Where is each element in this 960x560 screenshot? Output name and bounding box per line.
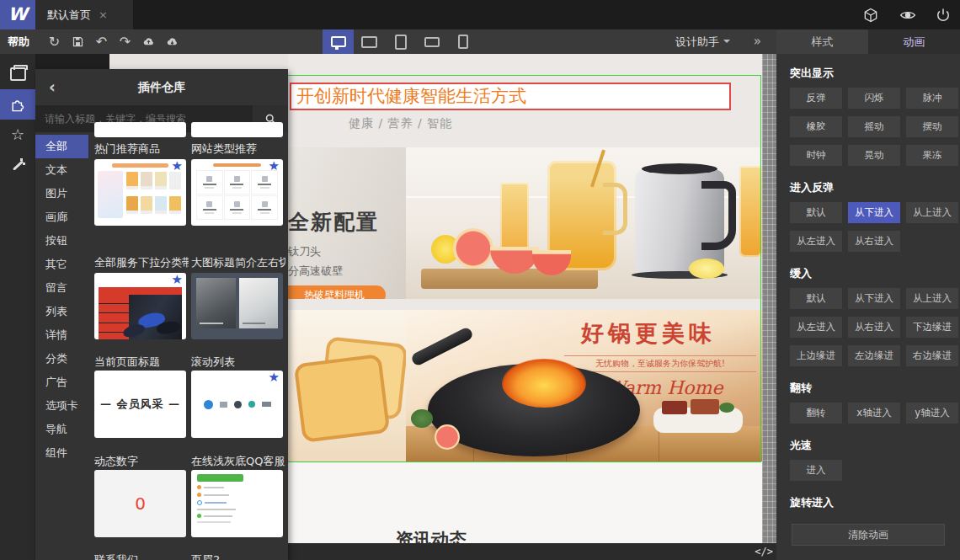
- animation-button[interactable]: 默认: [790, 288, 842, 309]
- device-tablet-landscape-button[interactable]: [354, 29, 385, 54]
- rail-plugins-button[interactable]: [0, 89, 35, 120]
- plugin-card-services-dropdown[interactable]: ★: [94, 273, 186, 339]
- animation-button[interactable]: 左边缘进: [848, 345, 900, 366]
- banner2-toast-photo[interactable]: [288, 310, 406, 461]
- animation-button[interactable]: 右边缘进: [906, 345, 958, 366]
- animation-button[interactable]: 从左进入: [790, 231, 842, 252]
- animation-button[interactable]: 摇动: [848, 116, 900, 137]
- tab-close-icon[interactable]: ×: [99, 8, 108, 21]
- animation-button[interactable]: 从上进入: [906, 288, 958, 309]
- animation-button[interactable]: 从下进入: [848, 202, 900, 223]
- animation-button[interactable]: 进入: [790, 460, 842, 481]
- category-item[interactable]: 画廊: [35, 205, 88, 229]
- category-item[interactable]: 其它: [35, 253, 88, 276]
- undo-icon[interactable]: ↶: [94, 35, 109, 49]
- category-item[interactable]: 详情: [35, 323, 88, 347]
- power-icon[interactable]: [935, 7, 952, 24]
- category-item[interactable]: 留言: [35, 276, 88, 300]
- category-item[interactable]: 导航: [35, 418, 88, 441]
- category-item[interactable]: 按钮: [35, 229, 88, 253]
- plugin-card-scrolling-list[interactable]: ★: [191, 371, 283, 438]
- refresh-icon[interactable]: ↻: [47, 35, 61, 49]
- plugin-card-hot-products[interactable]: ★: [94, 159, 186, 226]
- animation-button[interactable]: 从上进入: [906, 202, 958, 223]
- clear-animation-button[interactable]: 清除动画: [792, 524, 945, 546]
- banner1-text-block[interactable]: 全新配置 钛刀头 分高速破壁 热破壁料理机: [288, 147, 406, 299]
- app-logo[interactable]: W: [0, 0, 35, 29]
- plugin-thumbnails: 热门推荐商品 网站类型推荐 ★ ★: [88, 69, 288, 560]
- device-phone-landscape-button[interactable]: [416, 29, 447, 54]
- animation-button[interactable]: 从左进入: [790, 317, 842, 338]
- canvas-scroll-gutter[interactable]: [762, 54, 776, 543]
- category-item[interactable]: 全部: [35, 135, 88, 158]
- device-phone-portrait-button[interactable]: [447, 29, 478, 54]
- animation-button[interactable]: x轴进入: [848, 403, 900, 424]
- plugin-card-dynamic-number[interactable]: 0: [94, 470, 186, 537]
- page-tab[interactable]: 默认首页×: [35, 0, 133, 29]
- save-icon[interactable]: [71, 35, 85, 49]
- animation-button[interactable]: 反弹: [790, 88, 842, 109]
- favorite-star-icon[interactable]: ★: [269, 371, 280, 384]
- animation-button[interactable]: 果冻: [906, 145, 958, 166]
- category-item[interactable]: 广告: [35, 371, 88, 394]
- animation-button[interactable]: 从下进入: [848, 288, 900, 309]
- category-item[interactable]: 组件: [35, 441, 88, 465]
- code-view-icon[interactable]: </>: [755, 546, 773, 557]
- plugin-card-partial[interactable]: [94, 122, 186, 137]
- animation-button[interactable]: 默认: [790, 202, 842, 223]
- tablet-portrait-icon: [395, 35, 407, 50]
- animation-button[interactable]: 橡胶: [790, 116, 842, 137]
- banner1-kettle-photo[interactable]: [406, 147, 762, 299]
- favorite-star-icon[interactable]: ★: [172, 159, 183, 173]
- news-section-title[interactable]: 资讯动态: [396, 528, 467, 543]
- plugin-card-big-image-switch[interactable]: [191, 273, 283, 339]
- plugin-card-page-title[interactable]: — 会员风采 —: [94, 371, 186, 438]
- tab-style[interactable]: 样式: [776, 29, 868, 54]
- device-tablet-portrait-button[interactable]: [385, 29, 416, 54]
- site-subtitle[interactable]: 健康 / 营养 / 智能: [349, 116, 452, 131]
- animation-button[interactable]: 从右进入: [848, 231, 900, 252]
- tab-animation[interactable]: 动画: [868, 29, 960, 54]
- banner1-button[interactable]: 热破壁料理机: [288, 285, 386, 299]
- animation-button[interactable]: 晃动: [848, 145, 900, 166]
- plugin-card-site-types[interactable]: ★: [191, 159, 283, 226]
- category-item[interactable]: 文本: [35, 158, 88, 182]
- plugin-label: 滚动列表: [191, 355, 285, 370]
- plugin-card-qq-service[interactable]: [191, 470, 283, 537]
- category-item[interactable]: 分类: [35, 347, 88, 371]
- rail-pages-button[interactable]: [0, 59, 35, 89]
- animation-button[interactable]: 摆动: [906, 116, 958, 137]
- help-button[interactable]: 帮助: [8, 29, 29, 54]
- category-item[interactable]: 列表: [35, 300, 88, 323]
- animation-button[interactable]: 翻转: [790, 403, 842, 424]
- rail-tools-button[interactable]: [0, 150, 35, 180]
- animation-button[interactable]: y轴进入: [906, 403, 958, 424]
- banner2-wok-photo[interactable]: 好锅更美味 无忧购物，至诚服务为你保驾护航! Warm Home: [406, 310, 762, 461]
- back-chevron-icon[interactable]: ‹: [49, 69, 56, 105]
- cloud-download-icon[interactable]: [165, 35, 179, 49]
- site-headline[interactable]: 开创新时代健康智能生活方式: [290, 83, 731, 110]
- rail-favorites-button[interactable]: ☆: [0, 120, 35, 150]
- category-item[interactable]: 选项卡: [35, 394, 88, 418]
- device-desktop-button[interactable]: [323, 29, 354, 54]
- cloud-upload-icon[interactable]: [141, 35, 156, 49]
- favorite-star-icon[interactable]: ★: [172, 273, 183, 286]
- animation-button[interactable]: 闪烁: [848, 88, 900, 109]
- components-cube-icon[interactable]: [862, 7, 879, 24]
- plugin-card-partial[interactable]: [191, 122, 283, 137]
- canvas-top-strip: [109, 54, 288, 69]
- category-item[interactable]: 图片: [35, 182, 88, 205]
- animation-button[interactable]: 下边缘进: [906, 317, 958, 338]
- animation-button[interactable]: 从右进入: [848, 317, 900, 338]
- design-assistant-dropdown[interactable]: 设计助手: [675, 29, 730, 54]
- animation-button[interactable]: 脉冲: [906, 88, 958, 109]
- animation-button[interactable]: 时钟: [790, 145, 842, 166]
- preview-eye-icon[interactable]: [899, 7, 916, 24]
- favorite-star-icon[interactable]: ★: [269, 159, 280, 173]
- toolbar-more-button[interactable]: »: [754, 29, 761, 53]
- redo-icon[interactable]: ↷: [118, 35, 132, 49]
- anim-section-title: 突出显示: [790, 66, 960, 79]
- wok-pan: [428, 364, 640, 456]
- animation-button[interactable]: 上边缘进: [790, 345, 842, 366]
- design-canvas[interactable]: 开创新时代健康智能生活方式 健康 / 营养 / 智能 全新配置 钛刀头 分高速破…: [288, 54, 762, 543]
